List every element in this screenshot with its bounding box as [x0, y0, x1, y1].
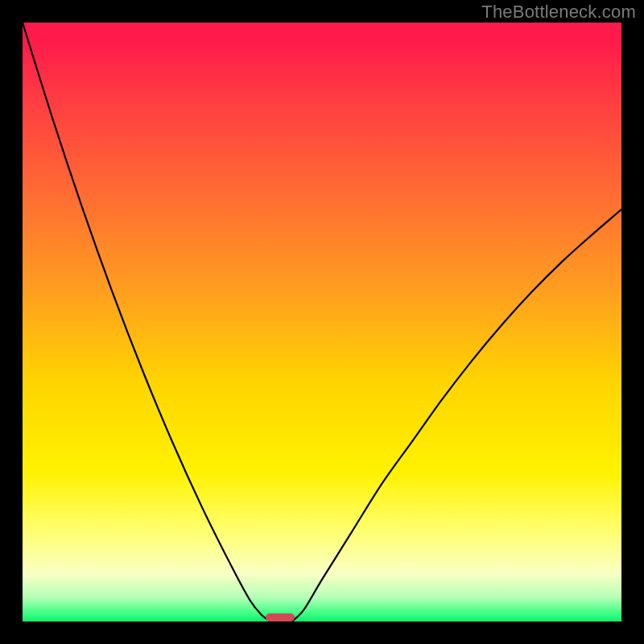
watermark-text: TheBottleneck.com — [481, 2, 636, 23]
plot-area — [23, 23, 621, 621]
chart-frame: TheBottleneck.com — [0, 0, 644, 644]
left-curve-path — [23, 23, 271, 621]
right-curve-path — [292, 209, 621, 621]
curve-layer — [23, 23, 621, 621]
bottom-marker — [266, 613, 295, 621]
